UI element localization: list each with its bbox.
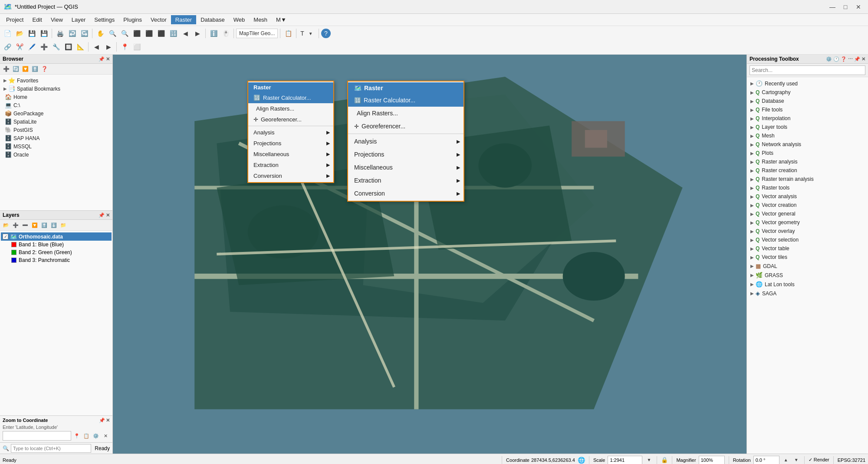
analysis-item-2[interactable]: Analysis ▶ — [348, 135, 464, 148]
minimize-button[interactable]: — — [826, 2, 838, 12]
toolbox-cartography[interactable]: ▶ Q Cartography — [747, 88, 868, 97]
raster-menu-1[interactable]: Raster 🔢 Raster Calculator... Align Rast… — [247, 81, 334, 183]
menu-view[interactable]: View — [46, 15, 67, 24]
browser-refresh-btn[interactable]: 🔄 — [11, 65, 20, 73]
toolbox-settings-icon[interactable]: ⚙️ — [826, 56, 832, 62]
toolbox-lat-lon-tools[interactable]: ▶ 🌐 Lat Lon tools — [747, 280, 868, 289]
save-as-button[interactable]: 💾 — [38, 28, 49, 39]
zoom-panel-pin[interactable]: 📌 — [99, 418, 105, 423]
zoom-coordinate-input[interactable] — [3, 431, 71, 441]
zoom-in-button[interactable]: 🔍 — [107, 28, 118, 39]
georef-item-1[interactable]: ✛ Georeferencer... — [248, 114, 333, 125]
toolbox-raster-terrain[interactable]: ▶ Q Raster terrain analysis — [747, 175, 868, 183]
browser-help-btn[interactable]: ❓ — [40, 65, 49, 73]
browser-spatialite[interactable]: 🗄️ SpatiaLite — [0, 118, 112, 126]
scale-dropdown-btn[interactable]: ▼ — [645, 456, 653, 464]
menu-raster[interactable]: Raster — [171, 15, 196, 24]
browser-geopackage[interactable]: 📦 GeoPackage — [0, 109, 112, 118]
zoom-extent-button[interactable]: ⬛ — [131, 28, 142, 39]
print-layout-button[interactable]: 📋 — [283, 28, 294, 39]
pan-button[interactable]: ✋ — [95, 28, 106, 39]
lock-icon[interactable]: 🔒 — [661, 457, 668, 463]
browser-postgis[interactable]: 🐘 PostGIS — [0, 126, 112, 134]
analysis-item-1[interactable]: Analysis ▶ — [248, 127, 333, 138]
toolbox-pin-icon[interactable]: 📌 — [854, 56, 860, 62]
menu-database[interactable]: Database — [196, 15, 229, 24]
new-project-button[interactable]: 📄 — [2, 28, 13, 39]
browser-pin-icon[interactable]: 📌 — [99, 56, 105, 62]
toolbox-vector-selection[interactable]: ▶ Q Vector selection — [747, 235, 868, 244]
browser-c-drive[interactable]: 💻 C:\ — [0, 101, 112, 109]
nav-back[interactable]: ◀ — [91, 41, 102, 52]
toolbox-interpolation[interactable]: ▶ Q Interpolation — [747, 114, 868, 123]
toolbox-vector-table[interactable]: ▶ Q Vector table — [747, 244, 868, 253]
toolbox-raster-analysis[interactable]: ▶ Q Raster analysis — [747, 157, 868, 166]
layer-band2[interactable]: Band 2: Green (Green) — [1, 248, 112, 256]
menu-vector[interactable]: Vector — [146, 15, 171, 24]
extraction-item-1[interactable]: Extraction ▶ — [248, 160, 333, 170]
misc-item-1[interactable]: Miscellaneous ▶ — [248, 149, 333, 160]
layer-add-btn[interactable]: ➕ — [11, 221, 20, 229]
zoom-native-button[interactable]: 🔢 — [168, 28, 179, 39]
toolbox-mesh[interactable]: ▶ Q Mesh — [747, 131, 868, 140]
toolbox-more-icon[interactable]: ⋯ — [848, 56, 853, 62]
digitize-btn1[interactable]: 🔗 — [2, 41, 13, 52]
menu-layer[interactable]: Layer — [67, 15, 90, 24]
magnifier-input[interactable] — [699, 456, 725, 464]
browser-oracle[interactable]: 🗄️ Oracle — [0, 150, 112, 159]
browser-filter-btn[interactable]: 🔽 — [21, 65, 30, 73]
layer-group-btn[interactable]: 📁 — [59, 221, 68, 229]
digitize-btn2[interactable]: ✂️ — [14, 41, 25, 52]
zoom-settings-btn[interactable]: ⚙️ — [92, 431, 100, 440]
close-button[interactable]: ✕ — [852, 2, 865, 12]
projections-item-2[interactable]: Projections ▶ — [348, 148, 464, 161]
layer-remove-btn[interactable]: ➖ — [21, 221, 30, 229]
save-project-button[interactable]: 💾 — [26, 28, 37, 39]
zoom-selection-button[interactable]: ⬛ — [155, 28, 167, 39]
georef-item-2[interactable]: ✛ Georeferencer... — [348, 120, 464, 133]
toolbox-vector-analysis[interactable]: ▶ Q Vector analysis — [747, 192, 868, 201]
zoom-layer-button[interactable]: ⬛ — [143, 28, 155, 39]
menu-edit[interactable]: Edit — [28, 15, 46, 24]
conversion-item-2[interactable]: Conversion ▶ — [348, 187, 464, 200]
toolbox-saga[interactable]: ▶ ◈ SAGA — [747, 289, 868, 298]
zoom-out-button[interactable]: 🔍 — [119, 28, 130, 39]
redo-button[interactable]: ↪️ — [79, 28, 90, 39]
browser-close-icon[interactable]: ✕ — [106, 56, 110, 62]
layer-open-btn[interactable]: 📂 — [2, 221, 10, 229]
extent-btn[interactable]: ⬜ — [131, 41, 142, 52]
zoom-fwd-button[interactable]: ▶ — [192, 28, 203, 39]
browser-favorites[interactable]: ▶ ⭐ Favorites — [0, 76, 112, 85]
layer-up-btn[interactable]: ⬆️ — [40, 221, 49, 229]
zoom-go-btn[interactable]: 📍 — [72, 431, 81, 440]
rotation-up-btn[interactable]: ▲ — [782, 456, 790, 464]
layer-checkbox[interactable] — [3, 234, 8, 239]
toolbox-vector-general[interactable]: ▶ Q Vector general — [747, 209, 868, 218]
toolbox-vector-creation[interactable]: ▶ Q Vector creation — [747, 201, 868, 209]
browser-collapse-btn[interactable]: ⬆️ — [30, 65, 39, 73]
layers-close-icon[interactable]: ✕ — [106, 212, 110, 218]
raster-calc-item-2[interactable]: 🔢 Raster Calculator... — [348, 94, 464, 107]
layers-pin-icon[interactable]: 📌 — [99, 212, 105, 218]
map-area[interactable]: Raster 🔢 Raster Calculator... Align Rast… — [113, 55, 746, 454]
toolbox-vector-tiles[interactable]: ▶ Q Vector tiles — [747, 253, 868, 261]
extraction-item-2[interactable]: Extraction ▶ — [348, 174, 464, 187]
zoom-clear-btn[interactable]: ✕ — [101, 431, 110, 440]
toolbox-close-icon[interactable]: ✕ — [861, 56, 865, 62]
locate-input[interactable] — [11, 444, 91, 453]
nav-fwd[interactable]: ▶ — [103, 41, 114, 52]
open-project-button[interactable]: 📂 — [14, 28, 25, 39]
align-rasters-item-2[interactable]: Align Rasters... — [348, 107, 464, 120]
help-button[interactable]: ? — [321, 29, 331, 38]
digitize-btn3[interactable]: 🖊️ — [26, 41, 37, 52]
toolbox-raster-tools[interactable]: ▶ Q Raster tools — [747, 183, 868, 192]
misc-item-2[interactable]: Miscellaneous ▶ — [348, 161, 464, 174]
print-button[interactable]: 🖨️ — [54, 28, 66, 39]
toolbox-raster-creation[interactable]: ▶ Q Raster creation — [747, 166, 868, 175]
rotation-down-btn[interactable]: ▼ — [792, 456, 800, 464]
digitize-btn7[interactable]: 📐 — [75, 41, 86, 52]
scale-input[interactable] — [608, 456, 642, 464]
layer-band1[interactable]: Band 1: Blue (Blue) — [1, 241, 112, 248]
browser-add-btn[interactable]: ➕ — [2, 65, 10, 73]
menu-mesh[interactable]: Mesh — [249, 15, 272, 24]
